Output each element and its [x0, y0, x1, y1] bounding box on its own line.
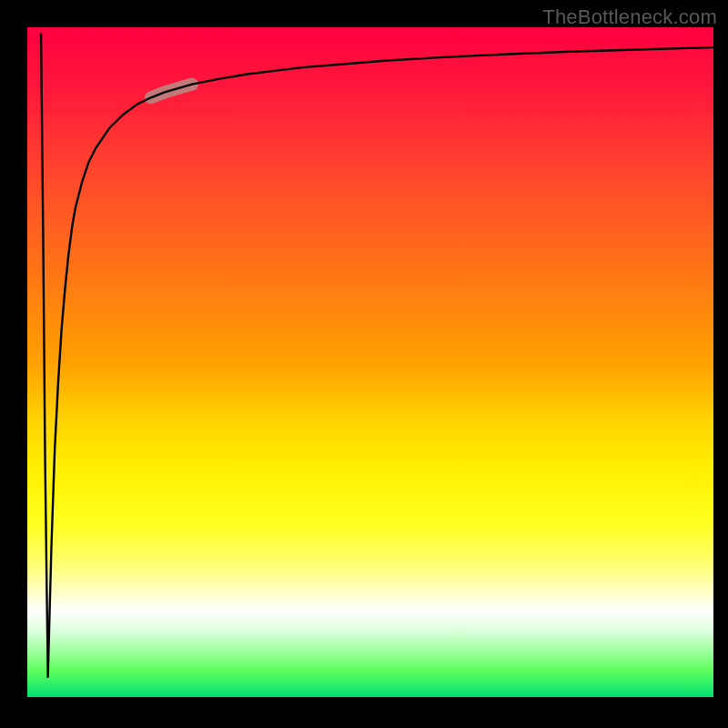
curve-svg	[27, 27, 713, 697]
main-curve	[41, 34, 713, 677]
attribution-label: TheBottleneck.com	[542, 5, 717, 29]
chart-frame: TheBottleneck.com	[0, 0, 728, 728]
gradient-plot-area	[27, 27, 713, 697]
